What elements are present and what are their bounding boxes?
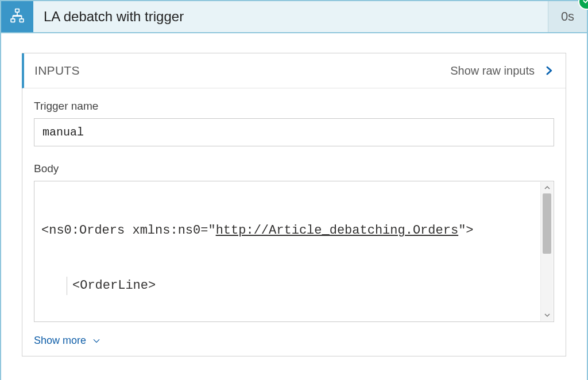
scroll-down-button[interactable]	[541, 309, 553, 321]
panel-title: INPUTS	[34, 64, 80, 77]
workflow-icon	[10, 8, 25, 25]
inputs-panel: INPUTS Show raw inputs Trigger name manu…	[22, 53, 566, 356]
duration-text: 0s	[561, 9, 574, 24]
scroll-up-button[interactable]	[541, 182, 553, 193]
show-more-link[interactable]: Show more	[34, 335, 101, 347]
body-xml-box[interactable]: <ns0:Orders xmlns:ns0="http://Article_de…	[34, 181, 554, 322]
show-more-label: Show more	[34, 335, 86, 347]
check-icon	[582, 0, 588, 7]
svg-rect-0	[16, 9, 20, 12]
action-icon-box	[1, 1, 33, 32]
card-header: LA debatch with trigger 0s	[1, 1, 587, 33]
body-xml-content: <ns0:Orders xmlns:ns0="http://Article_de…	[34, 181, 554, 322]
panel-body: Trigger name manual Body <ns0:Orders xml…	[22, 88, 566, 356]
trigger-name-label: Trigger name	[34, 100, 554, 113]
inputs-panel-header: INPUTS Show raw inputs	[22, 53, 566, 88]
show-raw-inputs-label: Show raw inputs	[450, 64, 535, 77]
show-raw-inputs-link[interactable]: Show raw inputs	[450, 64, 554, 77]
card-title: LA debatch with trigger	[33, 1, 548, 32]
chevron-down-icon	[92, 337, 101, 345]
card-root: LA debatch with trigger 0s INPUTS Show r…	[0, 0, 588, 380]
chevron-right-icon	[544, 64, 554, 77]
scroll-thumb[interactable]	[543, 193, 551, 254]
scroll-track[interactable]	[541, 193, 553, 309]
body-label: Body	[34, 162, 554, 175]
body-scrollbar[interactable]	[540, 182, 553, 321]
svg-rect-2	[20, 19, 24, 22]
trigger-name-value[interactable]: manual	[34, 118, 554, 146]
svg-rect-1	[11, 19, 15, 22]
